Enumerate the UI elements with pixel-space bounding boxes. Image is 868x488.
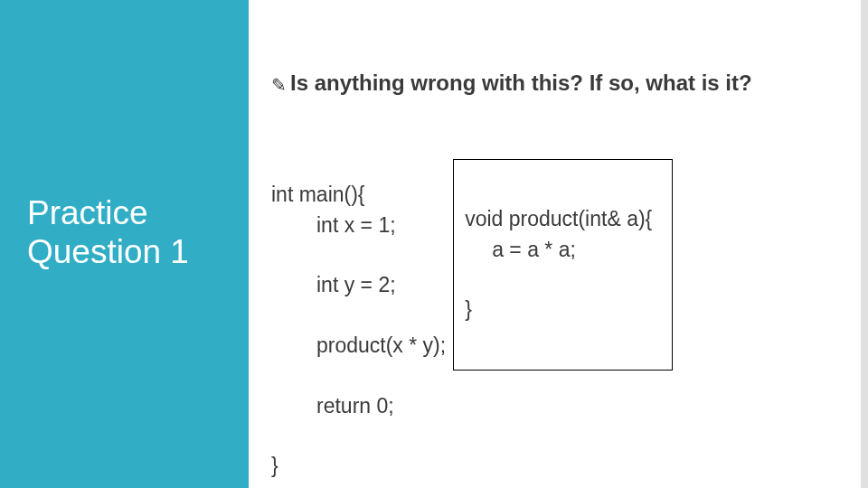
right-stripe [861, 0, 868, 488]
code-main-l2: int x = 1; [271, 211, 446, 240]
question-line: ✎ Is anything wrong with this? If so, wh… [271, 70, 850, 96]
code-main-l4: product(x * y); [271, 331, 446, 361]
sidebar-title: Practice Question 1 [27, 194, 235, 271]
code-main-block: int main(){ int x = 1; int y = 2; produc… [271, 150, 446, 488]
sidebar-title-line2: Question 1 [27, 233, 189, 270]
sidebar-panel: Practice Question 1 [0, 0, 249, 488]
code-box: void product(int& a){ a = a * a; } [453, 159, 673, 371]
slide: Practice Question 1 ✎ Is anything wrong … [0, 0, 868, 488]
code-box-l1: void product(int& a){ [465, 207, 652, 230]
sidebar-title-line1: Practice [27, 194, 148, 231]
code-box-l3: } [465, 297, 472, 321]
code-main-l3: int y = 2; [271, 270, 446, 300]
code-main-l6: } [271, 454, 278, 477]
code-box-l2: a = a * a; [465, 235, 652, 265]
question-text: Is anything wrong with this? If so, what… [290, 70, 752, 96]
content-area: ✎ Is anything wrong with this? If so, wh… [271, 70, 850, 488]
bullet-icon: ✎ [271, 74, 287, 96]
code-main-l5: return 0; [271, 391, 446, 421]
code-main-l1: int main(){ [271, 183, 365, 206]
columns: int main(){ int x = 1; int y = 2; produc… [271, 150, 850, 488]
